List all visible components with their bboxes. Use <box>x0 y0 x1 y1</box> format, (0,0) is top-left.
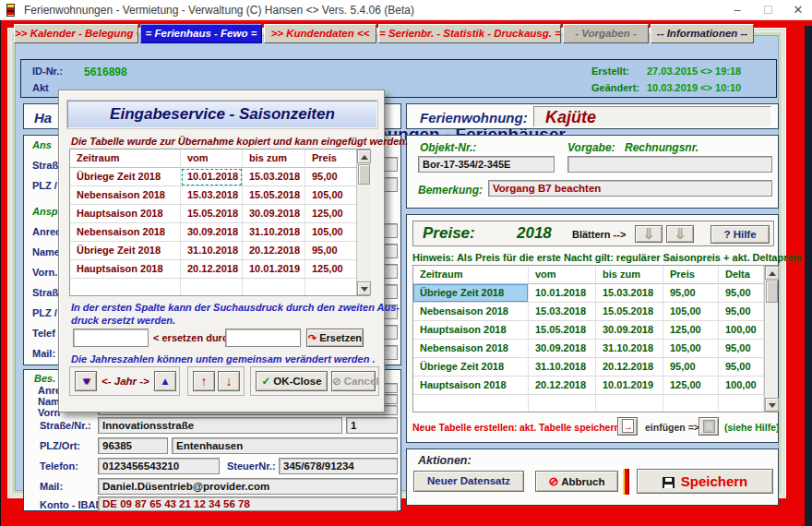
tab-serienbrief-statistik[interactable]: = Serienbr. - Statistik - Druckausg. = <box>378 24 561 43</box>
table-cell[interactable]: 105,00 <box>663 303 719 321</box>
table-row[interactable]: Übriege Zeit 201810.01.201815.03.201895,… <box>413 284 777 303</box>
maximize-button[interactable] <box>757 1 781 18</box>
abbruch-button[interactable]: ⊘ Abbruch <box>535 471 618 492</box>
table-cell[interactable]: 10.01.2019 <box>596 377 663 395</box>
neuer-datensatz-button[interactable]: Neuer Datensatz <box>413 471 524 492</box>
table-cell[interactable]: Nebensaison 2018 <box>70 186 181 205</box>
table-cell[interactable] <box>596 395 663 412</box>
table-row[interactable]: Hauptsaison 201815.05.201830.09.2018125,… <box>413 321 777 340</box>
tab-ferienhaus-fewo[interactable]: = Ferienhaus - Fewo = <box>140 24 262 43</box>
table-cell[interactable]: 125,00 <box>663 377 719 395</box>
table-cell[interactable] <box>413 395 529 412</box>
table-row[interactable]: Übriege Zeit 201831.10.201820.12.201895,… <box>70 242 369 260</box>
table-cell[interactable]: 20.12.2018 <box>596 358 663 377</box>
table-cell[interactable]: 10.01.2018 <box>529 284 596 303</box>
hilfe-button[interactable]: ? Hilfe <box>710 225 770 244</box>
table-row[interactable]: Nebensaison 201830.09.201831.10.2018105,… <box>413 340 777 358</box>
table-cell[interactable]: 125,00 <box>305 205 357 223</box>
table-cell[interactable] <box>719 395 764 412</box>
table-cell[interactable]: 31.10.2018 <box>529 358 596 377</box>
replace-to-input[interactable] <box>225 329 301 347</box>
telefon-input[interactable]: 0123456543210 <box>98 458 220 474</box>
close-button[interactable]: ✕ <box>786 1 810 18</box>
table-cell[interactable]: Nebensaison 2018 <box>413 303 529 321</box>
scrollbar-down-button[interactable] <box>357 281 371 295</box>
table-cell[interactable]: 95,00 <box>719 284 764 303</box>
speichern-button[interactable]: Speichern <box>637 469 773 494</box>
table-cell[interactable]: 125,00 <box>305 260 357 279</box>
scrollbar-up-button[interactable] <box>765 266 779 280</box>
table-cell[interactable]: 95,00 <box>305 168 357 186</box>
table-row[interactable] <box>413 395 777 412</box>
table-cell[interactable] <box>529 395 596 412</box>
table-cell[interactable]: 15.05.2018 <box>529 321 596 340</box>
table-cell[interactable]: 30.09.2018 <box>596 321 663 340</box>
table-cell[interactable]: 105,00 <box>305 186 357 205</box>
table-cell[interactable]: Hauptsaison 2018 <box>70 205 181 223</box>
price-up-button[interactable]: ↑ <box>193 371 215 391</box>
replace-from-input[interactable] <box>73 329 149 347</box>
ok-close-button[interactable]: ✓ OK-Close <box>256 371 328 391</box>
table-cell[interactable]: Übriege Zeit 2018 <box>413 358 529 377</box>
plz-input[interactable]: 96385 <box>98 437 168 454</box>
table-cell[interactable]: 95,00 <box>305 242 357 260</box>
price-down-button[interactable]: ↓ <box>218 371 240 391</box>
saison-table-scrollbar[interactable] <box>356 149 370 295</box>
table-cell[interactable]: 95,00 <box>663 284 719 303</box>
table-cell[interactable]: 31.10.2018 <box>596 340 663 358</box>
steuernr-input[interactable]: 345/678/91234 <box>279 458 398 474</box>
scrollbar-up-button[interactable] <box>357 149 371 163</box>
table-cell[interactable]: 20.12.2018 <box>529 377 596 395</box>
table-row[interactable]: Übriege Zeit 201810.01.201815.03.201895,… <box>70 168 369 186</box>
paste-table-button[interactable] <box>699 417 719 436</box>
table-cell[interactable]: 10.01.2019 <box>243 260 305 279</box>
scrollbar-thumb[interactable] <box>766 281 778 303</box>
table-cell[interactable] <box>663 395 719 412</box>
table-cell[interactable]: Hauptsaison 2018 <box>413 321 529 340</box>
table-cell[interactable]: 15.03.2018 <box>243 168 305 186</box>
page-prev-button[interactable]: ⇓ <box>635 225 663 243</box>
table-cell[interactable]: Hauptsaison 2018 <box>70 260 181 279</box>
table-row[interactable] <box>70 279 369 296</box>
tab-kundendaten[interactable]: >> Kundendaten << <box>264 24 376 43</box>
tab-kalender-belegung[interactable]: >> Kalender - Belegung << <box>14 24 138 43</box>
table-cell[interactable]: 15.03.2018 <box>181 186 243 205</box>
table-cell[interactable]: Nebensaison 2018 <box>413 340 529 358</box>
minimize-button[interactable]: – <box>725 1 749 18</box>
vorgabe-input[interactable] <box>567 156 772 173</box>
preise-table-scrollbar[interactable] <box>764 266 778 412</box>
save-table-button[interactable]: → <box>617 417 638 436</box>
table-cell[interactable] <box>305 279 357 296</box>
table-cell[interactable]: 125,00 <box>663 321 719 340</box>
table-row[interactable]: Hauptsaison 201815.05.201830.09.2018125,… <box>70 205 369 223</box>
table-cell[interactable]: 95,00 <box>663 358 719 377</box>
table-cell[interactable]: 20.12.2018 <box>181 260 243 279</box>
table-cell[interactable]: Übriege Zeit 2018 <box>70 242 181 260</box>
table-cell[interactable]: 20.12.2018 <box>243 242 305 260</box>
table-row[interactable]: Übriege Zeit 201831.10.201820.12.201895,… <box>413 358 777 377</box>
tab-informationen[interactable]: -- Informationen -- <box>651 24 754 43</box>
page-next-button[interactable]: ⇓ <box>666 225 694 243</box>
strasse-input[interactable]: Innovationsstraße <box>98 417 342 434</box>
scrollbar-down-button[interactable] <box>765 398 779 412</box>
table-cell[interactable]: 95,00 <box>719 303 764 321</box>
table-cell[interactable]: 10.01.2018 <box>181 168 243 186</box>
table-cell[interactable]: 95,00 <box>719 340 764 358</box>
mail-input[interactable]: Daniel.Düsentrieb@provider.com <box>98 478 398 495</box>
table-row[interactable]: Hauptsaison 201820.12.201810.01.2019125,… <box>70 260 369 279</box>
table-cell[interactable]: 15.05.2018 <box>243 186 305 205</box>
table-cell[interactable]: 15.03.2018 <box>529 303 596 321</box>
iban-input[interactable]: DE 09 87 65 43 21 12 34 56 78 <box>98 496 398 511</box>
table-cell[interactable]: Hauptsaison 2018 <box>413 377 529 395</box>
hausnr-input[interactable]: 1 <box>346 417 398 434</box>
bemerkung-input[interactable]: Vorgang B7 beachten <box>488 180 772 197</box>
table-cell[interactable]: 15.05.2018 <box>181 205 243 223</box>
table-cell[interactable]: 105,00 <box>305 223 357 242</box>
table-cell[interactable]: 31.10.2018 <box>181 242 243 260</box>
cancel-button[interactable]: ⊘ Cancel <box>331 371 376 391</box>
table-cell[interactable]: Übriege Zeit 2018 <box>413 284 529 303</box>
table-cell[interactable] <box>181 279 243 296</box>
table-cell[interactable]: 31.10.2018 <box>243 223 305 242</box>
table-cell[interactable]: 30.09.2018 <box>529 340 596 358</box>
table-cell[interactable]: 105,00 <box>663 340 719 358</box>
